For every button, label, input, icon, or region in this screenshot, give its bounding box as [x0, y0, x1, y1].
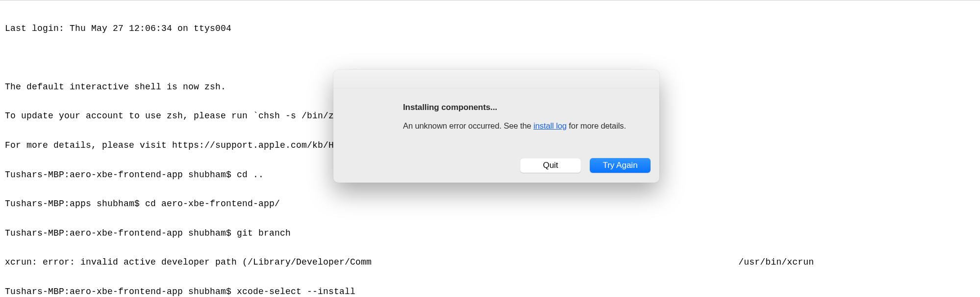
terminal-line: Tushars-MBP:aero-xbe-frontend-app shubha…: [5, 287, 975, 297]
terminal-line: xcrun: error: invalid active developer p…: [5, 258, 975, 268]
try-again-button[interactable]: Try Again: [590, 158, 651, 173]
terminal-line: Tushars-MBP:aero-xbe-frontend-app shubha…: [5, 229, 975, 239]
dialog-body: Installing components... An unknown erro…: [333, 88, 659, 158]
dialog-titlebar[interactable]: [333, 70, 659, 88]
dialog-message-pre: An unknown error occurred. See the: [403, 121, 533, 130]
dialog-button-row: Quit Try Again: [333, 158, 659, 183]
install-components-dialog: Installing components... An unknown erro…: [333, 70, 659, 183]
dialog-message: An unknown error occurred. See the insta…: [403, 121, 645, 130]
dialog-title: Installing components...: [403, 103, 645, 112]
terminal-line: Tushars-MBP:apps shubham$ cd aero-xbe-fr…: [5, 199, 975, 209]
quit-button[interactable]: Quit: [520, 158, 581, 173]
install-log-link[interactable]: install log: [533, 121, 567, 130]
terminal-line: Last login: Thu May 27 12:06:34 on ttys0…: [5, 24, 975, 34]
terminal-line: [5, 53, 975, 63]
dialog-message-post: for more details.: [567, 121, 626, 130]
